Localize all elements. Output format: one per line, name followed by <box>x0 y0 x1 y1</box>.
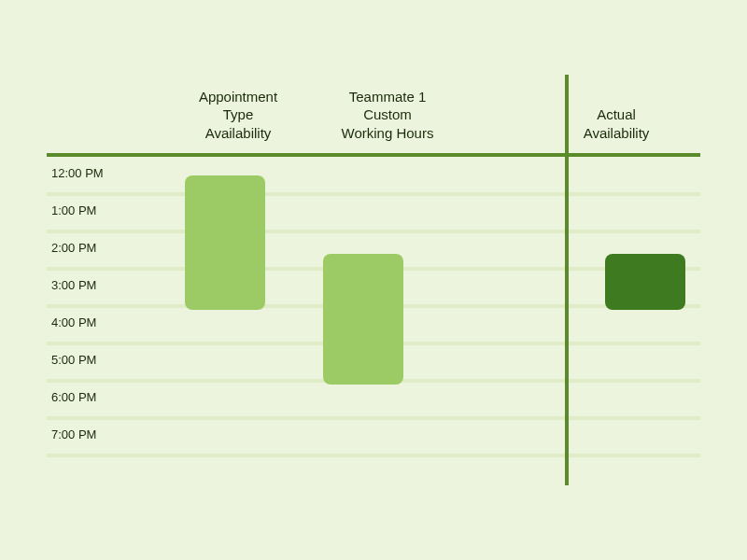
header-line: Custom <box>363 105 412 124</box>
availability-diagram: Appointment Type Availability Teammate 1… <box>47 75 700 467</box>
header-line: Actual <box>597 105 636 124</box>
header-line: Working Hours <box>342 124 434 143</box>
time-label: 12:00 PM <box>51 166 104 180</box>
header-line: Type <box>223 105 254 124</box>
header-appointment-type: Appointment Type Availability <box>168 75 308 149</box>
actual-availability-block <box>605 254 685 310</box>
time-label: 2:00 PM <box>51 241 96 255</box>
separator-vertical-line <box>565 75 569 485</box>
column-headers: Appointment Type Availability Teammate 1… <box>159 75 682 149</box>
time-grid: 12:00 PM1:00 PM2:00 PM3:00 PM4:00 PM5:00… <box>47 157 700 455</box>
time-label: 1:00 PM <box>51 203 96 217</box>
header-line: Appointment <box>199 88 277 106</box>
appointment-type-block <box>185 175 265 310</box>
time-label: 6:00 PM <box>51 390 96 404</box>
header-line: Availability <box>584 124 650 143</box>
header-line: Availability <box>205 124 272 143</box>
teammate-hours-block <box>323 254 403 385</box>
time-row: 1:00 PM <box>47 194 700 231</box>
time-label: 3:00 PM <box>51 278 96 292</box>
header-actual-availability: Actual Availability <box>560 75 672 149</box>
header-teammate-hours: Teammate 1 Custom Working Hours <box>317 75 458 149</box>
time-label: 5:00 PM <box>51 353 96 367</box>
header-line: Teammate 1 <box>349 88 427 106</box>
time-row: 12:00 PM <box>47 157 700 194</box>
time-label: 7:00 PM <box>51 427 96 441</box>
time-row: 6:00 PM <box>47 381 700 418</box>
gridline <box>47 454 700 457</box>
time-row: 7:00 PM <box>47 418 700 455</box>
time-label: 4:00 PM <box>51 315 96 329</box>
